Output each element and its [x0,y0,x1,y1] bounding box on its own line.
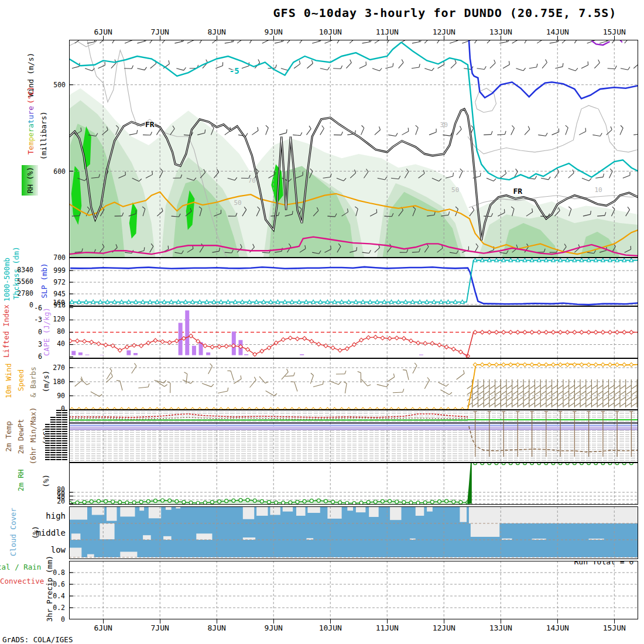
date-tick-top [614,36,615,40]
tick-label: 5560 [17,278,33,286]
date-tick-top [330,36,331,40]
date-label-bottom: 12JUN [433,624,455,632]
svg-text:70: 70 [248,177,256,184]
tick-label: 972 [53,278,66,286]
tick-label: 0.8 [53,568,65,577]
tick-label: 0 [61,405,65,413]
tick-label: 945 [53,290,66,298]
tick-label: 80 [57,327,65,335]
date-label-top: 6JUN [94,28,112,36]
axis-label-2m-temp: 2m Temp [5,396,12,478]
svg-text:30: 30 [440,121,448,129]
tick-label: 3 [38,340,42,348]
date-tick-bottom [103,619,104,624]
axis-label-total-rain: Total / Rain [0,563,41,571]
date-tick-top [273,36,274,40]
panel-upper-air: -5FRFR7050501030 [69,40,638,258]
tick-label: 270 [53,364,65,372]
tick-label: middle [36,528,66,537]
axis-label-rh: RH (%) [26,139,34,221]
axis-label-convective: Convective [0,577,44,585]
axis-label-3hr-precip: 3hr Precip (mm) [46,548,53,630]
svg-text:-5: -5 [229,66,239,76]
axis-label-cloud-cover: Cloud Cover [9,491,17,573]
panel-slp-thickness [69,258,638,306]
date-label-bottom: 7JUN [151,624,169,632]
date-tick-top [217,36,217,40]
tick-label: 999 [53,266,66,275]
date-label-bottom: 9JUN [265,624,283,632]
date-label-top: 13JUN [489,28,512,36]
svg-text:FR: FR [513,187,523,196]
date-tick-bottom [501,619,501,624]
temp-axis-smear [62,410,67,461]
tick-label: 0.6 [53,580,65,588]
date-tick-top [103,36,104,40]
tick-label: 20 [57,497,65,505]
panel-rh-2m [69,463,638,505]
date-label-top: 9JUN [265,28,283,36]
date-label-top: 10JUN [319,28,342,36]
page-title: GFS 0~10day 3-hourly for DUNDO (20.75E, … [246,6,644,20]
tick-label: 90 [57,392,65,400]
date-label-top: 11JUN [376,28,399,36]
tick-label: 40 [57,340,65,348]
date-tick-bottom [444,619,444,624]
tick-label: 0.4 [53,592,65,600]
tick-label: 6 [38,352,42,361]
date-tick-bottom [614,619,615,624]
tick-label: 0 [29,301,33,309]
date-tick-bottom [387,619,388,624]
temp-axis-smear [56,410,61,461]
svg-text:10: 10 [594,186,602,194]
date-label-top: 7JUN [151,28,169,36]
date-label-bottom: 8JUN [208,624,226,632]
tick-label: 8340 [17,266,33,274]
tick-label: 0.2 [53,604,65,612]
temp-axis-smear [45,424,50,461]
panel-precip-3hr: Run Total = 0 [69,561,638,619]
date-tick-top [387,36,388,40]
panel-cape-lifted-index [69,306,638,358]
tick-label: 0 [38,328,42,336]
date-label-bottom: 15JUN [603,624,626,632]
tick-label: 2780 [17,289,33,297]
tick-label: 500 [53,81,66,89]
date-label-bottom: 13JUN [489,624,512,632]
date-label-bottom: 6JUN [94,624,112,632]
date-label-bottom: 10JUN [319,624,342,632]
svg-text:FR: FR [145,120,155,129]
svg-text:Run Total = 0: Run Total = 0 [574,561,633,566]
date-label-top: 14JUN [546,28,569,36]
axis-label-2m-rh: 2m RH [17,440,25,522]
axis-label-millibars: (millibars) [40,95,47,177]
date-label-bottom: 11JUN [376,624,399,632]
meteogram: GFS 0~10day 3-hourly for DUNDO (20.75E, … [0,0,644,644]
credit-text: GrADS: COLA/IGES [2,635,73,644]
svg-text:50: 50 [451,186,459,194]
tick-label: 160 [53,299,65,307]
date-label-top: 15JUN [603,28,626,36]
date-label-top: 12JUN [433,28,455,36]
tick-label: -3 [34,316,42,324]
date-tick-top [444,36,444,40]
date-tick-bottom [217,619,217,624]
tick-label: 180 [53,378,65,386]
date-label-bottom: 14JUN [546,624,569,632]
axis-label-minmax: (6hr Min/Max) [29,395,37,477]
panel-temp-2m [69,410,638,463]
panel-cloud-cover [69,506,638,559]
date-label-top: 8JUN [208,28,226,36]
date-tick-bottom [273,619,274,624]
tick-label: 700 [53,254,66,262]
tick-label: -6 [34,304,42,312]
temp-axis-smear [50,417,56,461]
date-tick-top [557,36,558,40]
tick-label: high [46,511,66,520]
tick-label: low [51,545,66,554]
date-tick-top [501,36,501,40]
tick-label: 120 [53,315,65,323]
tick-label: 600 [53,167,66,176]
date-tick-bottom [557,619,558,624]
svg-text:50: 50 [234,199,241,207]
